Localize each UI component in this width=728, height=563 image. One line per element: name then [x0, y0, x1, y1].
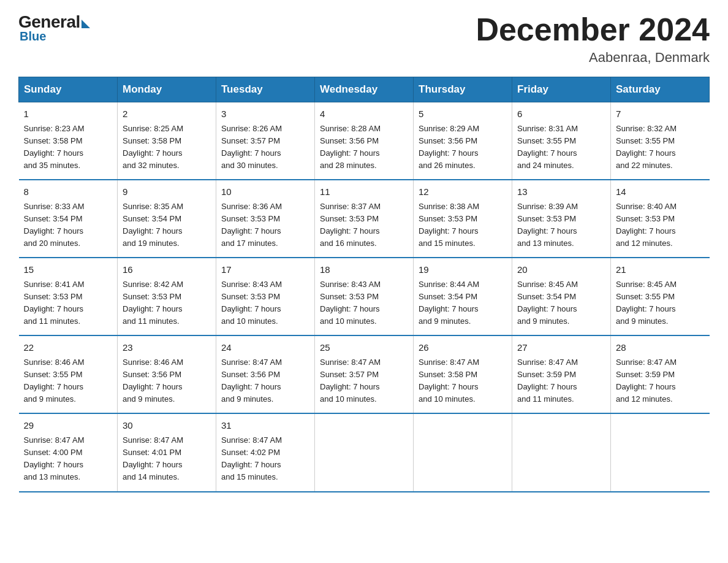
calendar-body: 1Sunrise: 8:23 AM Sunset: 3:58 PM Daylig…	[19, 102, 710, 492]
day-number: 14	[616, 185, 705, 199]
header-cell-sunday: Sunday	[19, 77, 118, 102]
calendar-cell: 26Sunrise: 8:47 AM Sunset: 3:58 PM Dayli…	[414, 335, 512, 413]
day-info: Sunrise: 8:42 AM Sunset: 3:53 PM Dayligh…	[123, 278, 211, 328]
day-info: Sunrise: 8:45 AM Sunset: 3:55 PM Dayligh…	[616, 278, 705, 328]
calendar-cell: 8Sunrise: 8:33 AM Sunset: 3:54 PM Daylig…	[19, 180, 118, 258]
logo-arrow-icon	[82, 20, 90, 28]
day-info: Sunrise: 8:41 AM Sunset: 3:53 PM Dayligh…	[24, 278, 113, 328]
day-number: 23	[123, 341, 211, 355]
day-info: Sunrise: 8:47 AM Sunset: 3:59 PM Dayligh…	[616, 356, 705, 406]
day-info: Sunrise: 8:40 AM Sunset: 3:53 PM Dayligh…	[616, 201, 705, 250]
day-info: Sunrise: 8:39 AM Sunset: 3:53 PM Dayligh…	[517, 201, 605, 250]
day-number: 4	[320, 107, 408, 121]
calendar-cell: 11Sunrise: 8:37 AM Sunset: 3:53 PM Dayli…	[315, 180, 414, 258]
day-number: 1	[24, 107, 113, 121]
title-block: December 2024 Aabenraa, Denmark	[476, 12, 710, 66]
calendar-cell: 18Sunrise: 8:43 AM Sunset: 3:53 PM Dayli…	[315, 258, 414, 335]
header-cell-tuesday: Tuesday	[216, 77, 315, 102]
calendar-header: SundayMondayTuesdayWednesdayThursdayFrid…	[19, 77, 710, 102]
day-number: 2	[123, 107, 211, 121]
calendar-cell: 25Sunrise: 8:47 AM Sunset: 3:57 PM Dayli…	[315, 335, 414, 413]
calendar-cell: 13Sunrise: 8:39 AM Sunset: 3:53 PM Dayli…	[512, 180, 611, 258]
day-number: 18	[320, 263, 408, 277]
day-number: 28	[616, 341, 705, 355]
calendar-cell: 4Sunrise: 8:28 AM Sunset: 3:56 PM Daylig…	[315, 102, 414, 180]
week-row-3: 15Sunrise: 8:41 AM Sunset: 3:53 PM Dayli…	[19, 258, 710, 335]
calendar-cell: 21Sunrise: 8:45 AM Sunset: 3:55 PM Dayli…	[611, 258, 710, 335]
calendar-cell: 14Sunrise: 8:40 AM Sunset: 3:53 PM Dayli…	[611, 180, 710, 258]
day-number: 5	[419, 107, 507, 121]
day-number: 10	[221, 185, 309, 199]
location-subtitle: Aabenraa, Denmark	[476, 50, 710, 66]
day-info: Sunrise: 8:35 AM Sunset: 3:54 PM Dayligh…	[123, 201, 211, 250]
header-cell-wednesday: Wednesday	[315, 77, 414, 102]
day-info: Sunrise: 8:47 AM Sunset: 3:58 PM Dayligh…	[419, 356, 507, 406]
day-info: Sunrise: 8:47 AM Sunset: 4:00 PM Dayligh…	[24, 434, 113, 484]
week-row-2: 8Sunrise: 8:33 AM Sunset: 3:54 PM Daylig…	[19, 180, 710, 258]
calendar-cell: 9Sunrise: 8:35 AM Sunset: 3:54 PM Daylig…	[118, 180, 216, 258]
day-number: 24	[221, 341, 309, 355]
logo-blue-text: Blue	[20, 29, 46, 44]
day-info: Sunrise: 8:47 AM Sunset: 3:59 PM Dayligh…	[517, 356, 605, 406]
calendar-cell: 19Sunrise: 8:44 AM Sunset: 3:54 PM Dayli…	[414, 258, 512, 335]
calendar-cell: 3Sunrise: 8:26 AM Sunset: 3:57 PM Daylig…	[216, 102, 315, 180]
week-row-4: 22Sunrise: 8:46 AM Sunset: 3:55 PM Dayli…	[19, 335, 710, 413]
header-cell-monday: Monday	[118, 77, 216, 102]
day-number: 8	[24, 185, 113, 199]
calendar-cell: 16Sunrise: 8:42 AM Sunset: 3:53 PM Dayli…	[118, 258, 216, 335]
day-number: 7	[616, 107, 705, 121]
day-info: Sunrise: 8:31 AM Sunset: 3:55 PM Dayligh…	[517, 123, 605, 172]
day-number: 15	[24, 263, 113, 277]
calendar-cell: 10Sunrise: 8:36 AM Sunset: 3:53 PM Dayli…	[216, 180, 315, 258]
calendar-cell: 2Sunrise: 8:25 AM Sunset: 3:58 PM Daylig…	[118, 102, 216, 180]
day-info: Sunrise: 8:38 AM Sunset: 3:53 PM Dayligh…	[419, 201, 507, 250]
day-number: 27	[517, 341, 605, 355]
day-info: Sunrise: 8:43 AM Sunset: 3:53 PM Dayligh…	[221, 278, 309, 328]
day-info: Sunrise: 8:29 AM Sunset: 3:56 PM Dayligh…	[419, 123, 507, 172]
day-number: 21	[616, 263, 705, 277]
day-info: Sunrise: 8:47 AM Sunset: 3:57 PM Dayligh…	[320, 356, 408, 406]
day-info: Sunrise: 8:43 AM Sunset: 3:53 PM Dayligh…	[320, 278, 408, 328]
day-info: Sunrise: 8:45 AM Sunset: 3:54 PM Dayligh…	[517, 278, 605, 328]
calendar-cell: 24Sunrise: 8:47 AM Sunset: 3:56 PM Dayli…	[216, 335, 315, 413]
day-number: 25	[320, 341, 408, 355]
week-row-5: 29Sunrise: 8:47 AM Sunset: 4:00 PM Dayli…	[19, 413, 710, 491]
day-info: Sunrise: 8:23 AM Sunset: 3:58 PM Dayligh…	[24, 123, 113, 172]
calendar-cell: 1Sunrise: 8:23 AM Sunset: 3:58 PM Daylig…	[19, 102, 118, 180]
calendar-cell: 15Sunrise: 8:41 AM Sunset: 3:53 PM Dayli…	[19, 258, 118, 335]
calendar-cell: 20Sunrise: 8:45 AM Sunset: 3:54 PM Dayli…	[512, 258, 611, 335]
calendar-cell	[512, 413, 611, 491]
calendar-cell: 29Sunrise: 8:47 AM Sunset: 4:00 PM Dayli…	[19, 413, 118, 491]
calendar-cell: 6Sunrise: 8:31 AM Sunset: 3:55 PM Daylig…	[512, 102, 611, 180]
calendar-cell: 28Sunrise: 8:47 AM Sunset: 3:59 PM Dayli…	[611, 335, 710, 413]
calendar-table: SundayMondayTuesdayWednesdayThursdayFrid…	[18, 77, 710, 492]
day-info: Sunrise: 8:37 AM Sunset: 3:53 PM Dayligh…	[320, 201, 408, 250]
calendar-cell: 12Sunrise: 8:38 AM Sunset: 3:53 PM Dayli…	[414, 180, 512, 258]
day-number: 31	[221, 419, 309, 433]
day-number: 12	[419, 185, 507, 199]
day-info: Sunrise: 8:44 AM Sunset: 3:54 PM Dayligh…	[419, 278, 507, 328]
calendar-cell: 27Sunrise: 8:47 AM Sunset: 3:59 PM Dayli…	[512, 335, 611, 413]
day-number: 13	[517, 185, 605, 199]
day-number: 16	[123, 263, 211, 277]
day-info: Sunrise: 8:47 AM Sunset: 4:02 PM Dayligh…	[221, 434, 309, 484]
calendar-cell: 17Sunrise: 8:43 AM Sunset: 3:53 PM Dayli…	[216, 258, 315, 335]
day-info: Sunrise: 8:28 AM Sunset: 3:56 PM Dayligh…	[320, 123, 408, 172]
calendar-cell	[414, 413, 512, 491]
day-info: Sunrise: 8:32 AM Sunset: 3:55 PM Dayligh…	[616, 123, 705, 172]
day-number: 9	[123, 185, 211, 199]
day-info: Sunrise: 8:47 AM Sunset: 3:56 PM Dayligh…	[221, 356, 309, 406]
day-number: 30	[123, 419, 211, 433]
day-info: Sunrise: 8:46 AM Sunset: 3:56 PM Dayligh…	[123, 356, 211, 406]
header-row: SundayMondayTuesdayWednesdayThursdayFrid…	[19, 77, 710, 102]
day-info: Sunrise: 8:25 AM Sunset: 3:58 PM Dayligh…	[123, 123, 211, 172]
calendar-cell: 23Sunrise: 8:46 AM Sunset: 3:56 PM Dayli…	[118, 335, 216, 413]
page-title: December 2024	[476, 12, 710, 47]
day-number: 3	[221, 107, 309, 121]
calendar-cell: 5Sunrise: 8:29 AM Sunset: 3:56 PM Daylig…	[414, 102, 512, 180]
day-number: 6	[517, 107, 605, 121]
day-info: Sunrise: 8:47 AM Sunset: 4:01 PM Dayligh…	[123, 434, 211, 484]
day-info: Sunrise: 8:46 AM Sunset: 3:55 PM Dayligh…	[24, 356, 113, 406]
calendar-cell	[611, 413, 710, 491]
calendar-cell: 31Sunrise: 8:47 AM Sunset: 4:02 PM Dayli…	[216, 413, 315, 491]
